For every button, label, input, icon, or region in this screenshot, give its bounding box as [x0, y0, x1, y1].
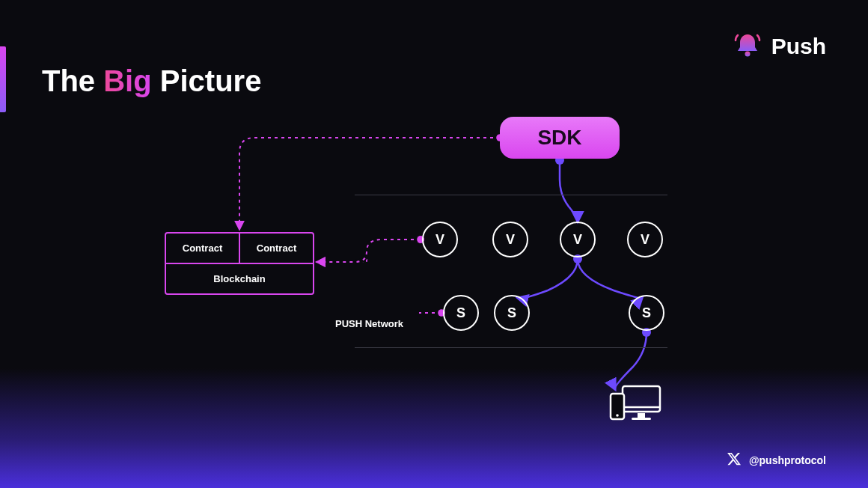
divider-bottom [355, 347, 667, 348]
blockchain-cell: Blockchain [166, 264, 313, 293]
handle-text: @pushprotocol [749, 454, 826, 466]
devices-icon [609, 383, 663, 428]
v-node-1: V [422, 222, 458, 257]
brand-logo: Push [733, 30, 826, 63]
svg-point-0 [745, 52, 750, 57]
divider-top [355, 195, 667, 195]
bottom-glow [0, 368, 868, 488]
s-node-1: S [443, 295, 479, 331]
bell-icon [733, 30, 762, 63]
sdk-label: SDK [537, 126, 581, 150]
x-icon [727, 451, 742, 469]
svg-point-8 [616, 414, 619, 417]
accent-bar [0, 46, 6, 112]
sdk-node: SDK [500, 117, 620, 159]
contract-left: Contract [166, 234, 240, 263]
page-title: The Big Picture [42, 64, 261, 98]
v-node-2: V [492, 222, 528, 257]
title-pre: The [42, 64, 103, 97]
network-label: PUSH Network [335, 318, 403, 329]
s-node-2: S [494, 295, 530, 331]
contract-box: Contract Contract Blockchain [165, 232, 314, 295]
contract-right: Contract [240, 234, 313, 263]
title-highlight: Big [103, 64, 151, 97]
social-handle: @pushprotocol [727, 451, 826, 469]
contract-row: Contract Contract [166, 234, 313, 264]
svg-rect-6 [632, 418, 651, 420]
v-node-4: V [627, 222, 663, 257]
brand-name: Push [771, 34, 826, 59]
s-node-3: S [629, 295, 664, 331]
v-node-3: V [560, 222, 596, 257]
svg-rect-5 [638, 413, 645, 418]
title-post: Picture [152, 64, 262, 97]
